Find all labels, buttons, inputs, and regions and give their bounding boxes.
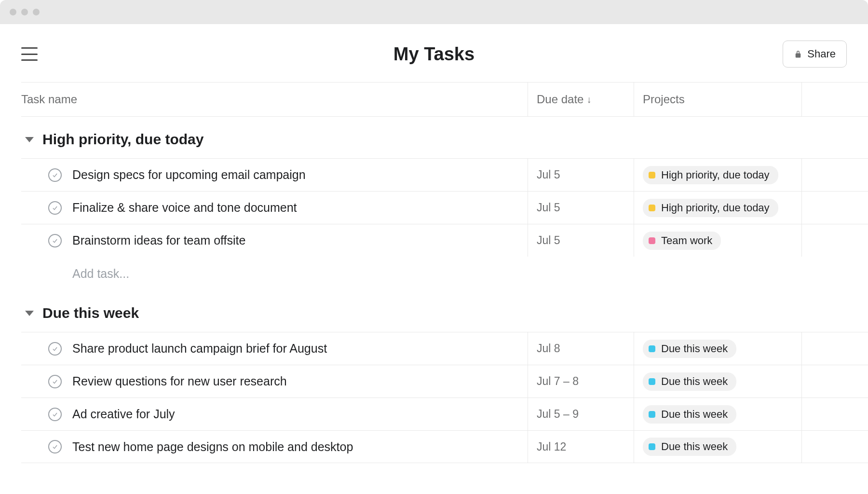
column-header-projects[interactable]: Projects bbox=[634, 82, 801, 116]
task-projects[interactable]: High priority, due today bbox=[634, 159, 801, 191]
hamburger-icon-bar bbox=[21, 59, 38, 61]
task-due-date[interactable]: Jul 12 bbox=[528, 431, 634, 463]
project-pill[interactable]: Due this week bbox=[643, 405, 736, 424]
task-projects[interactable]: Team work bbox=[634, 224, 801, 257]
section-due-this-week: Due this week Share product launch campa… bbox=[21, 290, 868, 463]
add-task-button[interactable]: Add task... bbox=[21, 257, 868, 290]
task-name: Ad creative for July bbox=[72, 407, 175, 421]
complete-task-checkbox[interactable] bbox=[48, 440, 62, 453]
share-button-label: Share bbox=[807, 48, 836, 60]
check-icon bbox=[52, 411, 58, 418]
caret-down-icon bbox=[25, 137, 34, 142]
sort-descending-icon: ↓ bbox=[586, 94, 591, 105]
project-color-dot bbox=[649, 205, 655, 211]
traffic-light-zoom[interactable] bbox=[33, 9, 40, 15]
page-title: My Tasks bbox=[393, 44, 475, 65]
section-toggle[interactable]: High priority, due today bbox=[21, 117, 868, 158]
check-icon bbox=[52, 172, 58, 178]
hamburger-icon-bar bbox=[21, 54, 38, 55]
topbar: My Tasks Share bbox=[0, 24, 868, 82]
project-color-dot bbox=[649, 411, 655, 418]
project-pill-label: High priority, due today bbox=[661, 169, 770, 181]
project-pill-label: High priority, due today bbox=[661, 202, 770, 214]
task-projects[interactable]: Due this week bbox=[634, 365, 801, 398]
section-high-priority: High priority, due today Design specs fo… bbox=[21, 117, 868, 290]
project-pill-label: Due this week bbox=[661, 343, 728, 355]
check-icon bbox=[52, 345, 58, 352]
complete-task-checkbox[interactable] bbox=[48, 408, 62, 421]
task-name: Finalize & share voice and tone document bbox=[72, 201, 297, 215]
complete-task-checkbox[interactable] bbox=[48, 234, 62, 247]
task-name: Review questions for new user research bbox=[72, 374, 287, 388]
project-color-dot bbox=[649, 172, 655, 178]
window-chrome bbox=[0, 0, 868, 24]
check-icon bbox=[52, 378, 58, 385]
task-row-spacer bbox=[801, 192, 868, 224]
project-pill-label: Due this week bbox=[661, 408, 728, 421]
column-header-name[interactable]: Task name bbox=[21, 93, 528, 106]
column-header-due[interactable]: Due date ↓ bbox=[528, 82, 634, 116]
task-row-spacer bbox=[801, 332, 868, 365]
task-row[interactable]: Review questions for new user research J… bbox=[21, 365, 868, 398]
task-due-date[interactable]: Jul 5 – 9 bbox=[528, 398, 634, 430]
task-row[interactable]: Ad creative for July Jul 5 – 9 Due this … bbox=[21, 398, 868, 430]
task-name: Design specs for upcoming email campaign bbox=[72, 168, 306, 182]
complete-task-checkbox[interactable] bbox=[48, 342, 62, 356]
section-toggle[interactable]: Due this week bbox=[21, 290, 868, 332]
task-row-spacer bbox=[801, 159, 868, 191]
task-row[interactable]: Finalize & share voice and tone document… bbox=[21, 191, 868, 224]
section-title: High priority, due today bbox=[42, 131, 203, 148]
task-row-spacer bbox=[801, 431, 868, 463]
complete-task-checkbox[interactable] bbox=[48, 375, 62, 388]
project-pill[interactable]: High priority, due today bbox=[643, 199, 778, 217]
project-pill-label: Due this week bbox=[661, 440, 728, 453]
project-color-dot bbox=[649, 237, 655, 244]
task-projects[interactable]: Due this week bbox=[634, 398, 801, 430]
task-row-spacer bbox=[801, 398, 868, 430]
check-icon bbox=[52, 237, 58, 244]
task-name: Test new home page designs on mobile and… bbox=[72, 440, 353, 454]
project-pill-label: Team work bbox=[661, 234, 712, 247]
project-pill[interactable]: Team work bbox=[643, 232, 721, 250]
task-due-date[interactable]: Jul 5 bbox=[528, 192, 634, 224]
column-header-spacer bbox=[801, 82, 868, 116]
task-projects[interactable]: Due this week bbox=[634, 431, 801, 463]
column-header-due-label: Due date bbox=[537, 93, 583, 106]
task-row-spacer bbox=[801, 224, 868, 257]
complete-task-checkbox[interactable] bbox=[48, 201, 62, 215]
project-color-dot bbox=[649, 378, 655, 385]
task-row-spacer bbox=[801, 365, 868, 398]
complete-task-checkbox[interactable] bbox=[48, 168, 62, 182]
task-row[interactable]: Test new home page designs on mobile and… bbox=[21, 430, 868, 463]
hamburger-icon-bar bbox=[21, 47, 38, 49]
task-projects[interactable]: Due this week bbox=[634, 332, 801, 365]
traffic-light-close[interactable] bbox=[10, 9, 16, 15]
check-icon bbox=[52, 205, 58, 211]
task-due-date[interactable]: Jul 8 bbox=[528, 332, 634, 365]
task-row[interactable]: Brainstorm ideas for team offsite Jul 5 … bbox=[21, 224, 868, 257]
lock-icon bbox=[794, 50, 802, 58]
menu-button[interactable] bbox=[21, 47, 38, 61]
task-due-date[interactable]: Jul 5 bbox=[528, 159, 634, 191]
project-pill[interactable]: Due this week bbox=[643, 340, 736, 358]
project-pill[interactable]: Due this week bbox=[643, 438, 736, 456]
task-due-date[interactable]: Jul 5 bbox=[528, 224, 634, 257]
project-pill-label: Due this week bbox=[661, 375, 728, 388]
check-icon bbox=[52, 443, 58, 450]
project-pill[interactable]: Due this week bbox=[643, 372, 736, 391]
table-header: Task name Due date ↓ Projects bbox=[21, 82, 868, 117]
task-row[interactable]: Design specs for upcoming email campaign… bbox=[21, 158, 868, 191]
task-due-date[interactable]: Jul 7 – 8 bbox=[528, 365, 634, 398]
task-name: Share product launch campaign brief for … bbox=[72, 342, 327, 356]
task-name: Brainstorm ideas for team offsite bbox=[72, 233, 245, 247]
project-pill[interactable]: High priority, due today bbox=[643, 166, 778, 184]
project-color-dot bbox=[649, 345, 655, 352]
task-row[interactable]: Share product launch campaign brief for … bbox=[21, 332, 868, 365]
section-title: Due this week bbox=[42, 305, 139, 321]
project-color-dot bbox=[649, 443, 655, 450]
task-projects[interactable]: High priority, due today bbox=[634, 192, 801, 224]
share-button[interactable]: Share bbox=[783, 41, 847, 68]
caret-down-icon bbox=[25, 311, 34, 316]
traffic-light-minimize[interactable] bbox=[21, 9, 28, 15]
